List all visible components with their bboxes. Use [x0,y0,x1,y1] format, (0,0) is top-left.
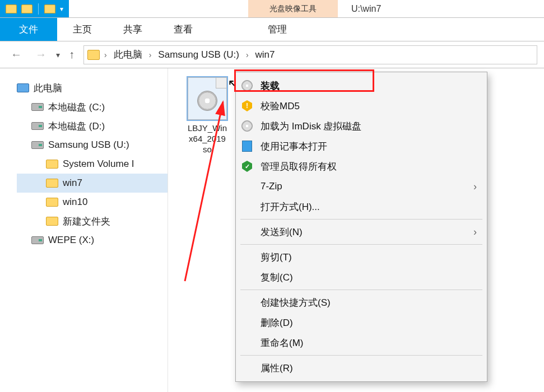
folder-content[interactable]: LBJY_Win x64_2019 so ↖ 装载 校验MD5 加载为 ImDi… [168,68,544,392]
disc-icon [241,80,253,91]
drive-icon [31,122,44,130]
tree-label: 此电脑 [34,82,62,95]
drive-icon [31,236,44,244]
nav-forward-button[interactable]: → [31,45,50,64]
notepad-icon [242,141,252,152]
menu-item-create-shortcut[interactable]: 创建快捷方式(S) [236,292,487,312]
menu-label: 复制(C) [261,271,477,284]
nav-up-button[interactable]: ↑ [69,48,75,61]
tree-label: Samsung USB (U:) [48,139,129,151]
breadcrumb-item[interactable]: 此电脑 [111,48,145,61]
menu-item-mount[interactable]: 装载 [236,76,487,96]
tree-label: win10 [63,197,87,208]
folder-icon[interactable] [21,4,32,13]
menu-item-7zip[interactable]: 7-Zip › [236,176,487,197]
disc-icon [197,91,217,111]
menu-label: 使用记事本打开 [261,140,477,153]
tree-node-this-pc[interactable]: 此电脑 [17,78,168,97]
file-name: LBJY_Win x64_2019 so [179,123,235,155]
menu-separator [240,219,482,220]
tab-file[interactable]: 文件 [0,18,57,41]
menu-label: 7-Zip [261,181,468,192]
menu-item-cut[interactable]: 剪切(T) [236,247,487,267]
shield-warning-icon [242,100,252,111]
folder-icon [46,160,58,169]
chevron-right-icon[interactable]: › [102,50,109,59]
menu-label: 校验MD5 [261,100,477,113]
tree-node-drive[interactable]: 本地磁盘 (C:) [17,97,168,116]
breadcrumb[interactable]: › 此电脑 › Samsung USB (U:) › win7 [83,45,537,64]
tree-node-folder[interactable]: System Volume I [17,155,168,174]
menu-item-properties[interactable]: 属性(R) [236,358,487,378]
menu-item-verify-md5[interactable]: 校验MD5 [236,96,487,116]
folder-icon[interactable] [44,4,55,13]
pc-icon [17,83,29,92]
menu-separator [240,244,482,245]
menu-item-notepad[interactable]: 使用记事本打开 [236,136,487,156]
folder-icon [46,198,58,207]
shield-check-icon [242,161,252,172]
menu-item-open-with[interactable]: 打开方式(H)... [236,197,487,217]
menu-item-take-ownership[interactable]: 管理员取得所有权 [236,156,487,176]
chevron-right-icon[interactable]: › [147,50,154,59]
chevron-right-icon[interactable]: › [244,50,251,59]
tree-label: 本地磁盘 (C:) [48,101,105,114]
window-title: U:\win7 [338,0,544,17]
menu-label: 重命名(M) [261,337,477,349]
tree-node-drive[interactable]: 本地磁盘 (D:) [17,116,168,136]
drive-icon [31,103,44,111]
menu-label: 装载 [261,80,477,92]
tab-manage[interactable]: 管理 [252,18,303,41]
contextual-tab-label: 光盘映像工具 [248,0,338,17]
titlebar: ▾ 光盘映像工具 U:\win7 [0,0,544,18]
navigation-bar: ← → ▾ ↑ › 此电脑 › Samsung USB (U:) › win7 [0,41,544,68]
menu-label: 剪切(T) [261,251,477,264]
folder-icon [46,217,58,226]
tree-node-folder[interactable]: win7 [17,174,168,193]
tree-node-drive[interactable]: Samsung USB (U:) [17,136,168,155]
breadcrumb-item[interactable]: win7 [253,49,277,60]
folder-icon[interactable] [6,4,17,13]
disc-icon [241,120,253,132]
menu-item-rename[interactable]: 重命名(M) [236,333,487,353]
folder-icon [87,50,100,60]
ribbon-tabs: 文件 主页 共享 查看 管理 [0,18,544,41]
tree-label: 本地磁盘 (D:) [48,120,105,133]
chevron-right-icon: › [473,181,477,193]
menu-label: 加载为 ImDisk 虚拟磁盘 [261,120,477,133]
explorer-body: 此电脑 本地磁盘 (C:) 本地磁盘 (D:) Samsung USB (U:)… [0,68,544,392]
breadcrumb-item[interactable]: Samsung USB (U:) [156,49,241,60]
tab-view[interactable]: 查看 [158,18,208,41]
iso-file-icon [188,77,227,120]
tree-label: win7 [63,178,82,189]
chevron-down-icon[interactable]: ▾ [58,5,66,13]
menu-label: 打开方式(H)... [261,200,477,213]
nav-back-button[interactable]: ← [7,45,26,64]
tree-node-folder[interactable]: win10 [17,193,168,212]
menu-label: 属性(R) [261,362,477,375]
navigation-tree: 此电脑 本地磁盘 (C:) 本地磁盘 (D:) Samsung USB (U:)… [0,68,168,392]
history-dropdown[interactable]: ▾ [56,50,60,59]
tree-label: WEPE (X:) [48,235,94,246]
quick-access-toolbar: ▾ [0,0,69,17]
chevron-right-icon: › [473,226,477,238]
menu-item-send-to[interactable]: 发送到(N) › [236,222,487,242]
menu-label: 发送到(N) [261,226,468,239]
drive-icon [31,141,44,149]
menu-item-imdisk[interactable]: 加载为 ImDisk 虚拟磁盘 [236,116,487,136]
tree-node-folder[interactable]: 新建文件夹 [17,212,168,231]
file-item-iso[interactable]: LBJY_Win x64_2019 so [179,77,235,155]
separator [38,3,39,15]
menu-separator [240,290,482,290]
menu-separator [240,355,482,356]
menu-item-delete[interactable]: 删除(D) [236,312,487,333]
tab-home[interactable]: 主页 [57,18,108,41]
context-menu: 装载 校验MD5 加载为 ImDisk 虚拟磁盘 使用记事本打开 管理员取得所有… [235,72,487,382]
tree-node-drive[interactable]: WEPE (X:) [17,231,168,250]
menu-item-copy[interactable]: 复制(C) [236,267,487,287]
menu-label: 管理员取得所有权 [261,160,477,173]
menu-label: 创建快捷方式(S) [261,296,477,309]
tab-share[interactable]: 共享 [108,18,158,41]
menu-label: 删除(D) [261,316,477,329]
tree-label: System Volume I [63,158,134,170]
